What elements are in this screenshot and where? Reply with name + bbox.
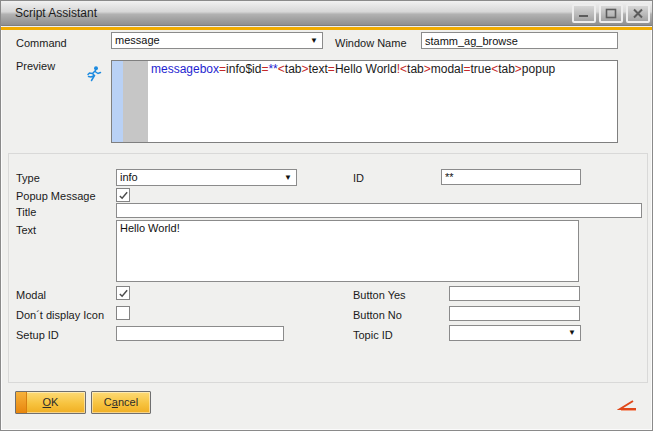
text-textarea[interactable]: Hello World!: [116, 220, 579, 282]
maximize-button[interactable]: [599, 4, 623, 23]
button-yes-label: Button Yes: [353, 288, 406, 302]
script-assistant-dialog: Script Assistant Command message ▼: [0, 0, 653, 431]
command-value: message: [115, 34, 160, 46]
title-label: Title: [16, 205, 36, 219]
ok-button[interactable]: OK: [15, 391, 86, 414]
window-title: Script Assistant: [15, 6, 97, 20]
id-label: ID: [353, 171, 364, 185]
command-dropdown[interactable]: message ▼: [111, 32, 323, 49]
title-input[interactable]: [116, 203, 642, 218]
chevron-down-icon: ▼: [568, 328, 576, 337]
cancel-button[interactable]: Cancel: [91, 391, 151, 414]
setup-id-label: Setup ID: [16, 328, 59, 342]
minimize-icon: [578, 8, 590, 19]
window-name-input[interactable]: [421, 32, 618, 49]
button-yes-input[interactable]: [449, 286, 580, 301]
preview-box: messagebox=info$id=**<tab>text=Hello Wor…: [111, 60, 618, 143]
type-label: Type: [16, 171, 40, 185]
check-icon: [118, 190, 129, 201]
check-icon: [118, 288, 129, 299]
modal-checkbox[interactable]: [116, 286, 130, 300]
text-label: Text: [16, 223, 36, 237]
accent-bar: [1, 27, 652, 30]
titlebar[interactable]: Script Assistant: [1, 1, 652, 26]
preview-gutter: [123, 61, 148, 142]
chevron-down-icon: ▼: [284, 173, 292, 182]
preview-selection-margin[interactable]: [112, 61, 123, 142]
type-value: info: [120, 171, 138, 183]
dont-display-icon-checkbox[interactable]: [116, 306, 130, 320]
resize-grip[interactable]: [617, 398, 639, 416]
cancel-button-label: C: [104, 396, 112, 408]
chevron-down-icon: ▼: [310, 36, 318, 45]
preview-code-line[interactable]: messagebox=info$id=**<tab>text=Hello Wor…: [151, 62, 615, 76]
id-input[interactable]: [441, 169, 581, 185]
minimize-button[interactable]: [572, 4, 596, 23]
maximize-icon: [605, 8, 617, 19]
button-no-label: Button No: [353, 308, 402, 322]
dont-display-icon-label: Don´t display Icon: [16, 308, 104, 322]
run-icon[interactable]: [85, 65, 103, 88]
modal-label: Modal: [16, 288, 46, 302]
window-name-label: Window Name: [335, 36, 407, 50]
setup-id-input[interactable]: [116, 326, 284, 341]
close-button[interactable]: [626, 4, 650, 23]
type-dropdown[interactable]: info ▼: [116, 169, 297, 186]
topic-id-label: Topic ID: [353, 328, 393, 342]
preview-label: Preview: [16, 59, 55, 73]
command-label: Command: [16, 36, 67, 50]
popup-message-checkbox[interactable]: [116, 188, 130, 202]
close-icon: [632, 8, 644, 19]
button-no-input[interactable]: [449, 306, 580, 321]
topic-id-dropdown[interactable]: ▼: [449, 325, 581, 341]
window-controls: [572, 4, 650, 23]
resize-angle-icon: [617, 398, 639, 412]
popup-message-label: Popup Message: [16, 189, 96, 203]
